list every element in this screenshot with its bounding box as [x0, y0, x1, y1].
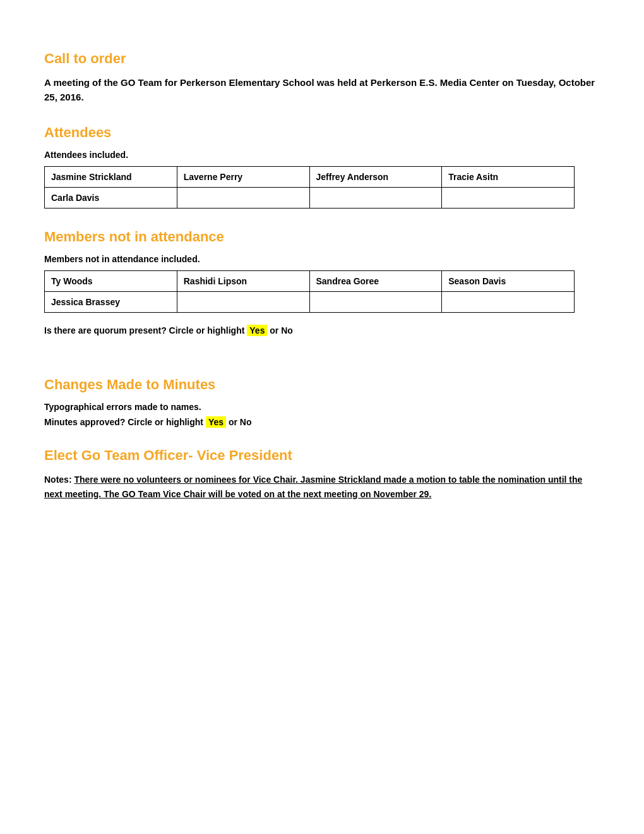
quorum-no: No: [281, 325, 293, 335]
table-row: Carla Davis: [45, 188, 575, 208]
table-row: Jessica Brassey: [45, 292, 575, 313]
quorum-line: Is there are quorum present? Circle or h…: [44, 323, 600, 339]
attendees-sub-label: Attendees included.: [44, 150, 600, 160]
member-cell: Rashidi Lipson: [177, 271, 309, 292]
member-cell: Ty Woods: [45, 271, 177, 292]
attendee-cell: Laverne Perry: [177, 167, 309, 188]
call-to-order-section: Call to order A meeting of the GO Team f…: [44, 51, 600, 104]
quorum-text: Is there are quorum present? Circle or h…: [44, 325, 244, 335]
minutes-yes-highlight: Yes: [206, 416, 226, 428]
changes-to-minutes-section: Changes Made to Minutes Typographical er…: [44, 377, 600, 427]
attendees-table: Jasmine Strickland Laverne Perry Jeffrey…: [44, 166, 575, 208]
minutes-approved-text: Minutes approved? Circle or highlight: [44, 417, 203, 427]
attendees-section: Attendees Attendees included. Jasmine St…: [44, 124, 600, 208]
members-not-in-attendance-section: Members not in attendance Members not in…: [44, 229, 600, 339]
table-row: Ty Woods Rashidi Lipson Sandrea Goree Se…: [45, 271, 575, 292]
minutes-or: or: [229, 417, 240, 427]
attendee-cell: Tracie Asitn: [442, 167, 575, 188]
attendees-title: Attendees: [44, 124, 600, 141]
minutes-approved-line: Minutes approved? Circle or highlight Ye…: [44, 417, 600, 427]
minutes-no: No: [240, 417, 252, 427]
changes-to-minutes-title: Changes Made to Minutes: [44, 377, 600, 393]
attendee-cell: [177, 188, 309, 208]
member-cell: [442, 292, 575, 313]
attendee-cell: Jasmine Strickland: [45, 167, 177, 188]
notes-text: Notes: There were no volunteers or nomin…: [44, 473, 600, 501]
member-cell: [309, 292, 442, 313]
members-not-in-attendance-title: Members not in attendance: [44, 229, 600, 245]
member-cell: Season Davis: [442, 271, 575, 292]
member-cell: [177, 292, 309, 313]
notes-label: Notes:: [44, 474, 72, 485]
attendee-cell: Jeffrey Anderson: [309, 167, 442, 188]
attendee-cell: Carla Davis: [45, 188, 177, 208]
table-row: Jasmine Strickland Laverne Perry Jeffrey…: [45, 167, 575, 188]
notes-body: There were no volunteers or nominees for…: [44, 474, 582, 499]
attendee-cell: [309, 188, 442, 208]
elect-officer-title: Elect Go Team Officer- Vice President: [44, 447, 600, 464]
member-cell: Jessica Brassey: [45, 292, 177, 313]
members-not-sub-label: Members not in attendance included.: [44, 254, 600, 264]
quorum-yes-highlight: Yes: [247, 325, 267, 336]
elect-officer-section: Elect Go Team Officer- Vice President No…: [44, 447, 600, 501]
members-not-table: Ty Woods Rashidi Lipson Sandrea Goree Se…: [44, 270, 575, 313]
call-to-order-body: A meeting of the GO Team for Perkerson E…: [44, 76, 600, 104]
member-cell: Sandrea Goree: [309, 271, 442, 292]
call-to-order-title: Call to order: [44, 51, 600, 67]
attendee-cell: [442, 188, 575, 208]
typo-text: Typographical errors made to names.: [44, 402, 600, 412]
quorum-or: or: [270, 325, 281, 335]
